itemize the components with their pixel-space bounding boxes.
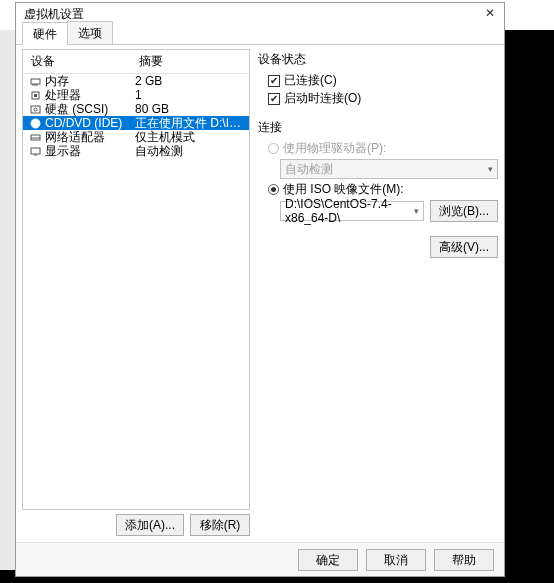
cancel-button[interactable]: 取消 bbox=[366, 549, 426, 571]
net-icon bbox=[29, 131, 41, 143]
use-iso-radio[interactable] bbox=[268, 184, 279, 195]
svg-point-9 bbox=[34, 122, 36, 124]
connect-at-power-on-checkbox[interactable] bbox=[268, 93, 280, 105]
physical-drive-dropdown: 自动检测 ▾ bbox=[280, 159, 498, 179]
cd-icon bbox=[29, 117, 41, 129]
cpu-icon bbox=[29, 89, 41, 101]
connection-title: 连接 bbox=[258, 119, 498, 136]
iso-path-value: D:\IOS\CentOS-7.4-x86_64-D\ bbox=[285, 197, 414, 225]
chevron-down-icon: ▾ bbox=[414, 206, 419, 216]
device-summary: 2 GB bbox=[131, 74, 249, 88]
close-icon[interactable]: ✕ bbox=[480, 4, 500, 24]
svg-point-7 bbox=[34, 108, 37, 111]
svg-rect-6 bbox=[31, 106, 40, 113]
connected-checkbox[interactable] bbox=[268, 75, 280, 87]
device-status-title: 设备状态 bbox=[258, 51, 498, 68]
tab-options[interactable]: 选项 bbox=[67, 21, 113, 44]
add-button[interactable]: 添加(A)... bbox=[116, 514, 184, 536]
ok-button[interactable]: 确定 bbox=[298, 549, 358, 571]
disk-icon bbox=[29, 103, 41, 115]
use-iso-label: 使用 ISO 映像文件(M): bbox=[283, 181, 404, 198]
help-button[interactable]: 帮助 bbox=[434, 549, 494, 571]
remove-button[interactable]: 移除(R) bbox=[190, 514, 250, 536]
physical-drive-value: 自动检测 bbox=[285, 161, 333, 178]
device-name: 硬盘 (SCSI) bbox=[45, 101, 108, 118]
use-physical-radio[interactable] bbox=[268, 143, 279, 154]
hardware-list-header: 设备 摘要 bbox=[23, 50, 249, 74]
tab-strip: 硬件 选项 bbox=[16, 25, 504, 45]
header-summary: 摘要 bbox=[131, 50, 249, 73]
connect-at-power-on-label: 启动时连接(O) bbox=[284, 90, 361, 107]
settings-dialog: 虚拟机设置 ✕ 硬件 选项 设备 摘要 内存2 GB处理器1硬盘 (SCSI)8… bbox=[15, 2, 505, 577]
use-physical-label: 使用物理驱动器(P): bbox=[283, 140, 386, 157]
advanced-button[interactable]: 高级(V)... bbox=[430, 236, 498, 258]
svg-rect-12 bbox=[31, 148, 40, 154]
hardware-list: 设备 摘要 内存2 GB处理器1硬盘 (SCSI)80 GBCD/DVD (ID… bbox=[22, 49, 250, 510]
header-device: 设备 bbox=[23, 50, 131, 73]
display-icon bbox=[29, 145, 41, 157]
device-summary: 自动检测 bbox=[131, 143, 249, 160]
dialog-footer: 确定 取消 帮助 bbox=[16, 542, 504, 576]
dialog-title: 虚拟机设置 bbox=[24, 6, 84, 23]
svg-rect-0 bbox=[31, 79, 40, 84]
hardware-row-display[interactable]: 显示器自动检测 bbox=[23, 144, 249, 158]
browse-button[interactable]: 浏览(B)... bbox=[430, 200, 498, 222]
memory-icon bbox=[29, 75, 41, 87]
chevron-down-icon: ▾ bbox=[488, 164, 493, 174]
iso-path-dropdown[interactable]: D:\IOS\CentOS-7.4-x86_64-D\ ▾ bbox=[280, 201, 424, 221]
device-name: 显示器 bbox=[45, 143, 81, 160]
connected-label: 已连接(C) bbox=[284, 72, 337, 89]
device-summary: 1 bbox=[131, 88, 249, 102]
svg-rect-5 bbox=[34, 94, 37, 97]
tab-hardware[interactable]: 硬件 bbox=[22, 22, 68, 45]
